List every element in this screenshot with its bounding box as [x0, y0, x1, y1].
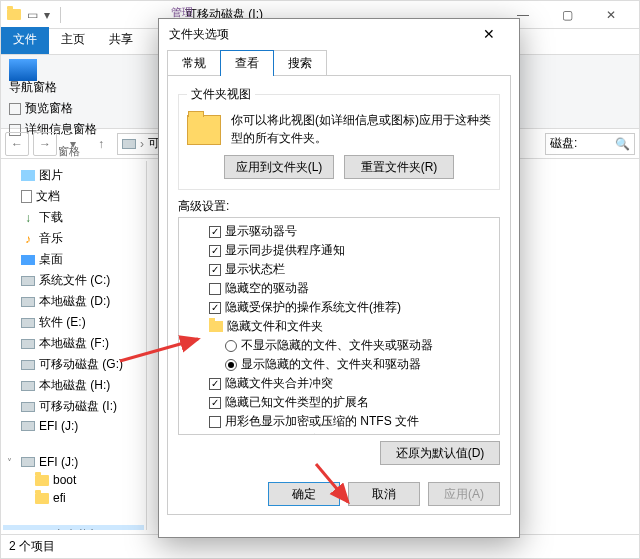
window-icon — [7, 9, 21, 20]
drive-icon — [21, 276, 35, 286]
folder-icon — [35, 493, 49, 504]
folder-views-legend: 文件夹视图 — [187, 86, 255, 103]
documents-icon — [21, 190, 32, 203]
advanced-setting-label: 隐藏受保护的操作系统文件(推荐) — [225, 299, 401, 316]
advanced-setting-row[interactable]: 显示驱动器号 — [181, 222, 497, 241]
search-icon: 🔍 — [615, 137, 630, 151]
advanced-setting-row[interactable]: 显示状态栏 — [181, 260, 497, 279]
tree-item[interactable]: 桌面 — [3, 249, 144, 270]
nav-pane-icon[interactable] — [9, 59, 37, 81]
radio-icon[interactable] — [225, 340, 237, 352]
qat-props-icon[interactable]: ▭ — [27, 8, 38, 22]
ribbon-tab-file[interactable]: 文件 — [1, 27, 49, 54]
tree-item[interactable]: 文档 — [3, 186, 144, 207]
maximize-button[interactable]: ▢ — [545, 1, 589, 29]
tree-item[interactable]: 可移动磁盘 (I:) — [3, 396, 144, 417]
tree-item[interactable]: efi — [3, 489, 144, 507]
ribbon-tab-home[interactable]: 主页 — [49, 27, 97, 54]
tree-item[interactable]: ↓下载 — [3, 207, 144, 228]
advanced-setting-row[interactable]: 隐藏已知文件类型的扩展名 — [181, 393, 497, 412]
nav-up-button[interactable]: ↑ — [89, 132, 113, 156]
tree-item[interactable]: 可移动磁盘 (G:) — [3, 354, 144, 375]
restore-defaults-button[interactable]: 还原为默认值(D) — [380, 441, 500, 465]
advanced-setting-label: 隐藏文件和文件夹 — [227, 318, 323, 335]
drive-icon — [21, 297, 35, 307]
tree-item-label: 本地磁盘 (D:) — [39, 293, 110, 310]
drive-icon — [21, 360, 35, 370]
tree-item[interactable]: 本地磁盘 (H:) — [3, 375, 144, 396]
checkbox-icon[interactable] — [209, 435, 221, 436]
checkbox-icon[interactable] — [209, 378, 221, 390]
tree-item-label: 图片 — [39, 167, 63, 184]
preview-pane-checkbox[interactable] — [9, 103, 21, 115]
advanced-settings-list[interactable]: 显示驱动器号显示同步提供程序通知显示状态栏隐藏空的驱动器隐藏受保护的操作系统文件… — [178, 217, 500, 435]
nav-tree[interactable]: 图片文档↓下载♪音乐桌面系统文件 (C:)本地磁盘 (D:)软件 (E:)本地磁… — [1, 161, 147, 530]
checkbox-icon[interactable] — [209, 302, 221, 314]
tree-item[interactable]: boot — [3, 471, 144, 489]
tree-item[interactable]: 系统文件 (C:) — [3, 270, 144, 291]
radio-icon[interactable] — [225, 359, 237, 371]
tree-item[interactable]: EFI (J:) — [3, 417, 144, 435]
advanced-setting-row[interactable]: 显示隐藏的文件、文件夹和驱动器 — [181, 355, 497, 374]
qat-dropdown-icon[interactable]: ▾ — [44, 8, 50, 22]
tree-item[interactable]: 软件 (E:) — [3, 312, 144, 333]
desktop-icon — [21, 255, 35, 265]
music-icon: ♪ — [21, 232, 35, 246]
advanced-setting-row[interactable]: 隐藏空的驱动器 — [181, 279, 497, 298]
cancel-button[interactable]: 取消 — [348, 482, 420, 506]
checkbox-icon[interactable] — [209, 264, 221, 276]
tree-expand-icon[interactable]: ˅ — [7, 457, 17, 468]
tree-item[interactable] — [3, 507, 144, 525]
ribbon-tab-share[interactable]: 共享 — [97, 27, 145, 54]
tree-item[interactable]: ˅可移动磁盘 (I: — [3, 525, 144, 530]
tree-item-label: boot — [53, 473, 76, 487]
advanced-setting-row[interactable]: 不显示隐藏的文件、文件夹或驱动器 — [181, 336, 497, 355]
apply-button[interactable]: 应用(A) — [428, 482, 500, 506]
tab-general[interactable]: 常规 — [167, 50, 221, 76]
apply-to-folders-button[interactable]: 应用到文件夹(L) — [224, 155, 334, 179]
tree-item-label: 音乐 — [39, 230, 63, 247]
nav-back-button[interactable]: ← — [5, 132, 29, 156]
search-box[interactable]: 磁盘: 🔍 — [545, 133, 635, 155]
tab-view[interactable]: 查看 — [220, 50, 274, 76]
drive-icon — [21, 339, 35, 349]
tree-item[interactable]: 图片 — [3, 165, 144, 186]
dialog-close-button[interactable]: ✕ — [469, 19, 509, 49]
tree-item[interactable]: ♪音乐 — [3, 228, 144, 249]
tree-item[interactable]: 本地磁盘 (F:) — [3, 333, 144, 354]
close-button[interactable]: ✕ — [589, 1, 633, 29]
drive-icon — [21, 381, 35, 391]
nav-forward-button[interactable]: → — [33, 132, 57, 156]
advanced-setting-label: 用彩色显示加密或压缩的 NTFS 文件 — [225, 413, 419, 430]
advanced-setting-row[interactable]: 隐藏受保护的操作系统文件(推荐) — [181, 298, 497, 317]
advanced-setting-row[interactable]: 显示同步提供程序通知 — [181, 241, 497, 260]
dialog-body: 文件夹视图 你可以将此视图(如详细信息或图标)应用于这种类型的所有文件夹。 应用… — [167, 75, 511, 515]
reset-folders-button[interactable]: 重置文件夹(R) — [344, 155, 454, 179]
checkbox-icon[interactable] — [209, 416, 221, 428]
tree-item-label: 系统文件 (C:) — [39, 272, 110, 289]
advanced-setting-row[interactable]: 在标题栏中显示完整路径 — [181, 431, 497, 435]
folder-options-dialog: 文件夹选项 ✕ 常规 查看 搜索 文件夹视图 你可以将此视图(如详细信息或图标)… — [158, 18, 520, 538]
checkbox-icon[interactable] — [209, 397, 221, 409]
drive-icon — [21, 421, 35, 431]
advanced-setting-label: 显示状态栏 — [225, 261, 285, 278]
tree-item[interactable]: 本地磁盘 (D:) — [3, 291, 144, 312]
advanced-setting-row: 隐藏文件和文件夹 — [181, 317, 497, 336]
checkbox-icon[interactable] — [209, 245, 221, 257]
checkbox-icon[interactable] — [209, 226, 221, 238]
ok-button[interactable]: 确定 — [268, 482, 340, 506]
advanced-setting-label: 隐藏文件夹合并冲突 — [225, 375, 333, 392]
tree-item-label: 文档 — [36, 188, 60, 205]
advanced-setting-row[interactable]: 隐藏文件夹合并冲突 — [181, 374, 497, 393]
dialog-titlebar[interactable]: 文件夹选项 ✕ — [159, 19, 519, 49]
checkbox-icon[interactable] — [209, 283, 221, 295]
tree-item-label: EFI (J:) — [39, 455, 78, 469]
tree-item[interactable] — [3, 435, 144, 453]
advanced-setting-row[interactable]: 用彩色显示加密或压缩的 NTFS 文件 — [181, 412, 497, 431]
advanced-settings-label: 高级设置: — [178, 198, 500, 215]
tab-search[interactable]: 搜索 — [273, 50, 327, 76]
preview-pane-label[interactable]: 预览窗格 — [25, 100, 73, 117]
nav-history-button[interactable]: ▾ — [61, 132, 85, 156]
nav-pane-label[interactable]: 导航窗格 — [9, 79, 129, 96]
tree-item[interactable]: ˅EFI (J:) — [3, 453, 144, 471]
